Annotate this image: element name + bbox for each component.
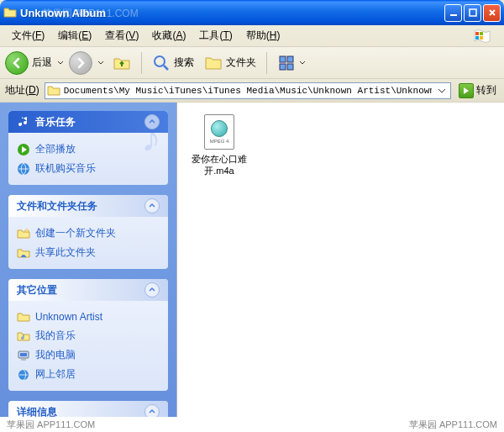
- music-tasks-header[interactable]: 音乐任务: [8, 111, 168, 133]
- address-field-wrap[interactable]: [45, 82, 451, 99]
- tasks-panel: ♪ 音乐任务 全部播放 联机购买音乐: [0, 103, 176, 417]
- svg-rect-1: [470, 9, 476, 16]
- back-button[interactable]: [5, 51, 29, 75]
- views-icon: [277, 54, 296, 72]
- details-box: 详细信息 Unknown Album: [8, 401, 168, 417]
- play-icon: [17, 143, 30, 156]
- back-dropdown[interactable]: [55, 53, 66, 73]
- folder-icon: [17, 310, 30, 324]
- windows-logo-icon: [465, 28, 499, 45]
- svg-rect-14: [20, 353, 27, 356]
- collapse-button[interactable]: [144, 404, 160, 417]
- computer-icon: [17, 349, 30, 362]
- watermark-text: 苹果园 APP111.COM: [42, 7, 139, 21]
- address-input[interactable]: [64, 86, 432, 96]
- my-music-link[interactable]: 我的音乐: [17, 326, 160, 345]
- addressbar: 地址(D) 转到: [0, 79, 504, 103]
- explorer-window: Unknown Album 苹果园 APP111.COM 文件(F) 编辑(E)…: [0, 0, 504, 432]
- shop-music-link[interactable]: 联机购买音乐: [17, 159, 160, 178]
- search-button[interactable]: 搜索: [149, 52, 197, 74]
- go-icon: [459, 83, 474, 98]
- menu-favorites[interactable]: 收藏(A): [145, 26, 192, 45]
- folder-icon: [47, 84, 60, 97]
- m4a-file-icon: MPEG 4: [204, 114, 234, 150]
- network-link[interactable]: 网上邻居: [17, 365, 160, 384]
- share-folder-icon: [17, 246, 30, 260]
- up-button[interactable]: [109, 52, 134, 74]
- globe-icon: [17, 162, 30, 176]
- titlebar[interactable]: Unknown Album 苹果园 APP111.COM: [0, 0, 504, 25]
- menu-file[interactable]: 文件(F): [5, 26, 51, 45]
- menu-view[interactable]: 查看(V): [98, 26, 145, 45]
- collapse-button[interactable]: [144, 282, 160, 298]
- forward-button[interactable]: [69, 51, 92, 75]
- music-icon: [17, 115, 30, 129]
- svg-point-6: [155, 56, 165, 66]
- file-tasks-box: 文件和文件夹任务 创建一个新文件夹 共享此文件夹: [8, 195, 168, 269]
- forward-dropdown[interactable]: [96, 53, 106, 73]
- address-label: 地址(D): [3, 83, 41, 97]
- svg-rect-5: [480, 36, 483, 40]
- file-list[interactable]: MPEG 4 爱你在心口难开.m4a: [176, 103, 504, 417]
- svg-rect-9: [280, 64, 286, 70]
- menu-edit[interactable]: 编辑(E): [51, 26, 98, 45]
- address-dropdown[interactable]: [435, 87, 449, 95]
- search-icon: [152, 54, 171, 72]
- my-computer-link[interactable]: 我的电脑: [17, 345, 160, 365]
- file-tasks-header[interactable]: 文件和文件夹任务: [8, 195, 168, 217]
- menu-tools[interactable]: 工具(T): [192, 26, 239, 45]
- menubar: 文件(F) 编辑(E) 查看(V) 收藏(A) 工具(T) 帮助(H): [0, 25, 504, 47]
- share-folder-link[interactable]: 共享此文件夹: [17, 243, 160, 262]
- close-button[interactable]: [483, 4, 501, 22]
- back-label[interactable]: 后退: [32, 55, 52, 70]
- svg-rect-7: [280, 56, 286, 62]
- music-folder-icon: [17, 329, 30, 343]
- new-folder-icon: [17, 227, 30, 240]
- footer-watermark: 苹果园 APP111.COM 苹果园 APP111.COM: [0, 417, 504, 432]
- network-icon: [17, 368, 30, 382]
- maximize-button[interactable]: [464, 4, 481, 22]
- svg-rect-3: [480, 32, 483, 35]
- collapse-button[interactable]: [144, 198, 160, 213]
- file-name: 爱你在心口难开.m4a: [189, 153, 249, 177]
- menu-help[interactable]: 帮助(H): [239, 26, 287, 45]
- other-places-box: 其它位置 Unknown Artist 我的音乐 我的电脑: [8, 279, 168, 391]
- svg-rect-15: [21, 359, 26, 361]
- details-header[interactable]: 详细信息: [8, 401, 168, 417]
- views-button[interactable]: [274, 52, 309, 74]
- folders-icon: [204, 54, 223, 72]
- new-folder-link[interactable]: 创建一个新文件夹: [17, 224, 160, 243]
- play-all-link[interactable]: 全部播放: [17, 140, 160, 159]
- collapse-button[interactable]: [144, 114, 160, 129]
- music-tasks-box: ♪ 音乐任务 全部播放 联机购买音乐: [8, 111, 168, 185]
- file-item[interactable]: MPEG 4 爱你在心口难开.m4a: [186, 111, 253, 181]
- unknown-artist-link[interactable]: Unknown Artist: [17, 308, 160, 326]
- go-button[interactable]: 转到: [454, 82, 501, 100]
- other-places-header[interactable]: 其它位置: [8, 279, 168, 301]
- svg-rect-4: [475, 36, 479, 40]
- folder-icon: [3, 6, 17, 19]
- svg-rect-0: [450, 14, 457, 16]
- svg-rect-10: [287, 64, 293, 70]
- body-area: ♪ 音乐任务 全部播放 联机购买音乐: [0, 103, 504, 417]
- folders-button[interactable]: 文件夹: [201, 52, 260, 74]
- svg-rect-2: [475, 32, 479, 35]
- minimize-button[interactable]: [444, 4, 462, 22]
- svg-rect-8: [287, 56, 293, 62]
- toolbar: 后退 搜索 文件夹: [0, 47, 504, 79]
